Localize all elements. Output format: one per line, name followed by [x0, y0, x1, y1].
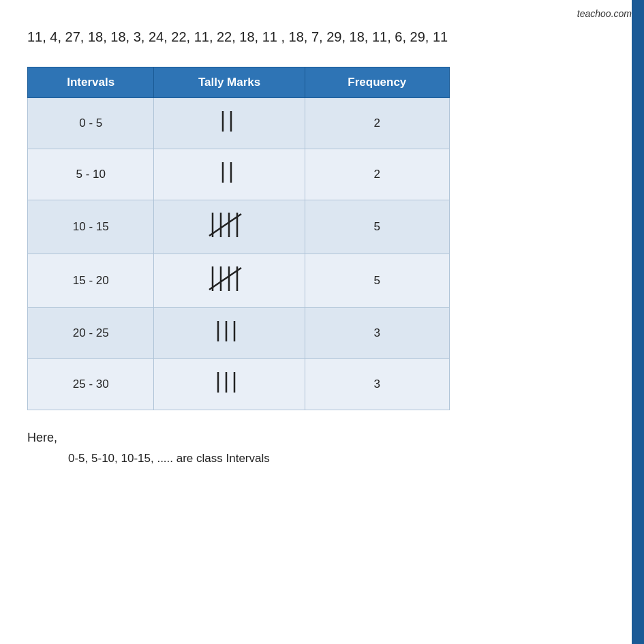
- cell-interval: 25 - 30: [28, 359, 154, 410]
- table-container: Intervals Tally Marks Frequency 0 - 525 …: [27, 67, 617, 410]
- table-row: 25 - 303: [28, 359, 450, 410]
- cell-frequency: 3: [305, 308, 449, 359]
- cell-interval: 0 - 5: [28, 98, 154, 149]
- table-row: 15 - 205: [28, 254, 450, 308]
- main-content: 11, 4, 27, 18, 18, 3, 24, 22, 11, 22, 18…: [0, 0, 644, 493]
- col-header-intervals: Intervals: [28, 67, 154, 98]
- cell-frequency: 3: [305, 359, 449, 410]
- cell-interval: 15 - 20: [28, 254, 154, 308]
- cell-frequency: 2: [305, 98, 449, 149]
- watermark: teachoo.com: [577, 8, 632, 19]
- table-row: 0 - 52: [28, 98, 450, 149]
- data-line: 11, 4, 27, 18, 18, 3, 24, 22, 11, 22, 18…: [27, 27, 617, 46]
- marks-tally-table: Intervals Tally Marks Frequency 0 - 525 …: [27, 67, 450, 410]
- table-row: 10 - 155: [28, 200, 450, 254]
- cell-tally: [154, 359, 305, 410]
- cell-tally: [154, 200, 305, 254]
- cell-interval: 5 - 10: [28, 149, 154, 200]
- cell-interval: 20 - 25: [28, 308, 154, 359]
- col-header-frequency: Frequency: [305, 67, 449, 98]
- table-row: 5 - 102: [28, 149, 450, 200]
- here-label: Here,: [27, 431, 617, 445]
- cell-frequency: 2: [305, 149, 449, 200]
- here-section: Here, 0-5, 5-10, 10-15, ..... are class …: [27, 431, 617, 465]
- cell-tally: [154, 98, 305, 149]
- cell-frequency: 5: [305, 254, 449, 308]
- class-intervals-text: 0-5, 5-10, 10-15, ..... are class Interv…: [68, 452, 617, 465]
- cell-tally: [154, 254, 305, 308]
- right-bar: [632, 0, 644, 644]
- table-row: 20 - 253: [28, 308, 450, 359]
- col-header-tally: Tally Marks: [154, 67, 305, 98]
- cell-tally: [154, 149, 305, 200]
- cell-interval: 10 - 15: [28, 200, 154, 254]
- cell-tally: [154, 308, 305, 359]
- cell-frequency: 5: [305, 200, 449, 254]
